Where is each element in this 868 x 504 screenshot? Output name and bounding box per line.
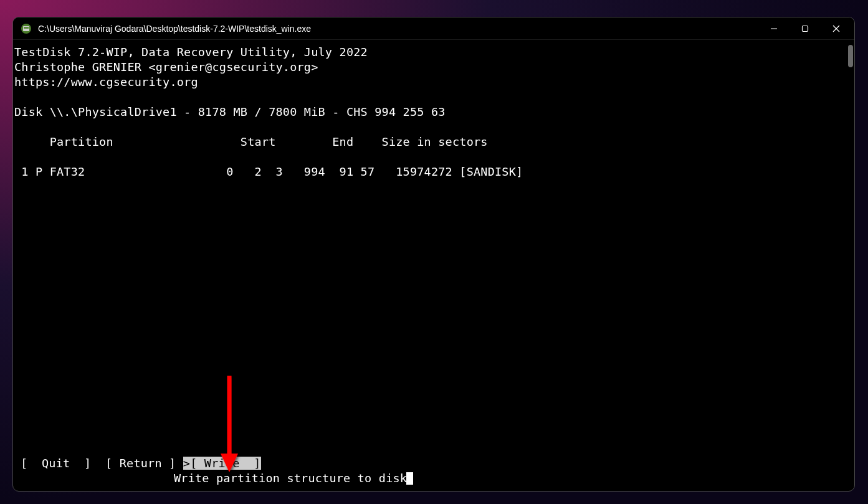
svg-rect-4 [803,26,808,32]
maximize-button[interactable] [789,17,821,40]
partition-row: 1 P FAT32 0 2 3 994 91 57 15974272 [SAND… [14,165,523,178]
disk-info: Disk \\.\PhysicalDrive1 - 8178 MB / 7800… [14,105,446,118]
scrollbar[interactable] [846,40,854,491]
titlebar: C:\Users\Manuviraj Godara\Desktop\testdi… [13,17,854,40]
header-line-1: TestDisk 7.2-WIP, Data Recovery Utility,… [14,45,368,59]
window-title: C:\Users\Manuviraj Godara\Desktop\testdi… [38,24,758,34]
scrollbar-thumb[interactable] [848,45,853,67]
table-header: Partition Start End Size in sectors [14,135,488,148]
menu-return[interactable]: [ Return ] [105,457,176,470]
header-line-3: https://www.cgsecurity.org [14,75,198,88]
menu-row: [ Quit ] [ Return ] >[ Write ] [21,456,261,471]
close-button[interactable] [821,17,852,40]
svg-rect-2 [24,27,29,29]
menu-hint: Write partition structure to disk [174,471,413,486]
window-controls [758,17,852,39]
menu-write[interactable]: >[ Write ] [183,457,261,470]
header-line-2: Christophe GRENIER <grenier@cgsecurity.o… [14,60,318,74]
menu-quit[interactable]: [ Quit ] [21,457,91,470]
app-icon [21,23,32,34]
terminal-window: C:\Users\Manuviraj Godara\Desktop\testdi… [12,17,855,492]
terminal-area[interactable]: TestDisk 7.2-WIP, Data Recovery Utility,… [13,40,854,491]
minimize-button[interactable] [758,17,789,40]
cursor [406,472,413,485]
terminal-content: TestDisk 7.2-WIP, Data Recovery Utility,… [13,40,846,491]
